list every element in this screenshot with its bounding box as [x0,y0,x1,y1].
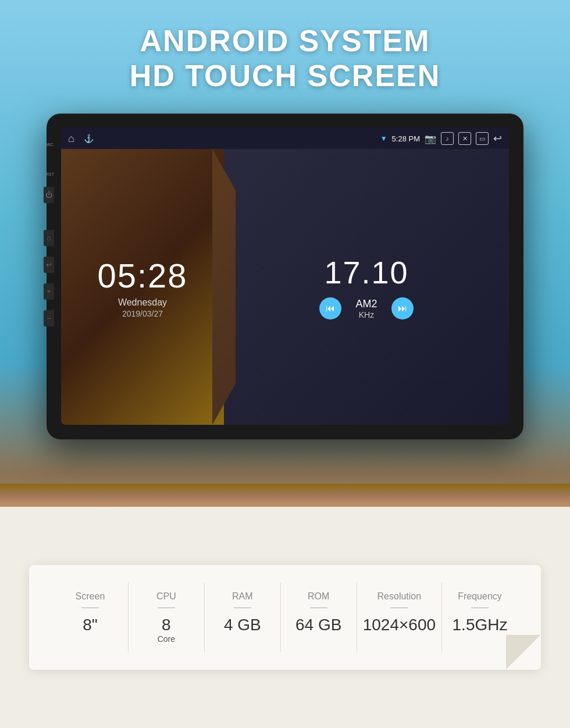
home-side-button[interactable]: ⌂ [44,230,54,246]
window-icon[interactable]: ▭ [476,132,489,145]
radio-frequency: 17.10 [324,254,408,290]
spec-value: 8 [162,615,171,635]
power-button[interactable]: ⏻ [44,187,54,203]
status-left: ⌂ ⚓ [68,133,94,145]
radio-prev-button[interactable]: ⏮ [319,297,341,319]
volume-icon[interactable]: ♪ [441,132,454,145]
back-side-icon: ↩ [46,261,52,269]
clock-day: Wednesday [118,297,167,308]
vol-down-icon: − [47,314,51,322]
side-buttons: MIC RST ⏻ ⌂ ↩ + − [44,143,54,326]
spec-label: RAM [232,591,253,602]
rst-label: RST [46,172,54,176]
vol-down-button[interactable]: − [44,310,54,326]
status-bar: ⌂ ⚓ ▼ 5:28 PM 📷 ♪ ✕ ▭ ↩ [61,128,509,149]
spec-divider [234,608,251,608]
spec-divider [310,608,327,608]
spec-ram: RAM4 GB [205,583,281,653]
spec-resolution: Resolution1024×600 [357,583,442,653]
status-usb-icon: ⚓ [84,134,94,143]
mic-label: MIC [46,143,54,147]
status-home-icon[interactable]: ⌂ [68,133,74,145]
camera-icon[interactable]: 📷 [425,133,436,144]
spec-divider [471,608,489,608]
radio-band: AM2 [355,298,377,310]
background: ANDROID SYSTEM HD TOUCH SCREEN MIC RST ⏻… [0,0,570,728]
screen: ⌂ ⚓ ▼ 5:28 PM 📷 ♪ ✕ ▭ ↩ [61,128,509,425]
home-side-icon: ⌂ [47,234,51,242]
spec-cpu: CPU8Core [129,583,205,653]
header: ANDROID SYSTEM HD TOUCH SCREEN [0,23,570,93]
spec-value: 8" [83,615,98,635]
spec-label: Screen [76,591,105,602]
spec-label: Frequency [458,591,502,602]
specs-section: Screen8"CPU8CoreRAM4 GBROM64 GBResolutio… [0,507,570,728]
clock-date: 2019/03/27 [122,309,163,318]
specs-card: Screen8"CPU8CoreRAM4 GBROM64 GBResolutio… [29,565,541,670]
main-content: 05:28 Wednesday 2019/03/27 17.10 ⏮ AM2 K… [61,149,509,425]
radio-panel: 17.10 ⏮ AM2 KHz ⏭ [224,149,509,425]
power-icon: ⏻ [45,191,52,199]
device-wrapper: MIC RST ⏻ ⌂ ↩ + − [47,113,523,439]
spec-label: Resolution [377,591,422,602]
radio-unit: KHz [355,310,377,319]
clock-time: 05:28 [97,256,187,295]
header-line1: ANDROID SYSTEM [0,23,570,58]
header-line2: HD TOUCH SCREEN [0,58,570,93]
radio-controls: ⏮ AM2 KHz ⏭ [319,297,413,319]
status-right: ▼ 5:28 PM 📷 ♪ ✕ ▭ ↩ [380,132,502,145]
radio-next-button[interactable]: ⏭ [391,297,414,319]
status-time: 5:28 PM [392,134,420,143]
clock-panel: 05:28 Wednesday 2019/03/27 [61,149,224,425]
spec-value: 64 GB [295,615,341,635]
spec-divider [390,608,408,608]
spec-value: 1.5GHz [453,615,508,635]
spec-label: ROM [308,591,329,602]
spec-label: CPU [156,591,176,602]
wifi-icon: ▼ [380,134,387,143]
close-icon[interactable]: ✕ [458,132,471,145]
device-frame: MIC RST ⏻ ⌂ ↩ + − [47,113,523,439]
spec-divider [81,608,99,608]
spec-divider [158,608,175,608]
vol-up-icon: + [47,287,51,296]
spec-rom: ROM64 GB [281,583,357,653]
spec-unit: Core [158,634,175,644]
spec-frequency: Frequency1.5GHz [442,583,518,653]
spec-value: 1024×600 [363,615,436,635]
spec-screen: Screen8" [52,583,129,653]
back-side-button[interactable]: ↩ [44,257,54,273]
vol-up-button[interactable]: + [44,283,54,300]
spec-value: 4 GB [224,615,261,635]
back-icon[interactable]: ↩ [493,132,502,145]
